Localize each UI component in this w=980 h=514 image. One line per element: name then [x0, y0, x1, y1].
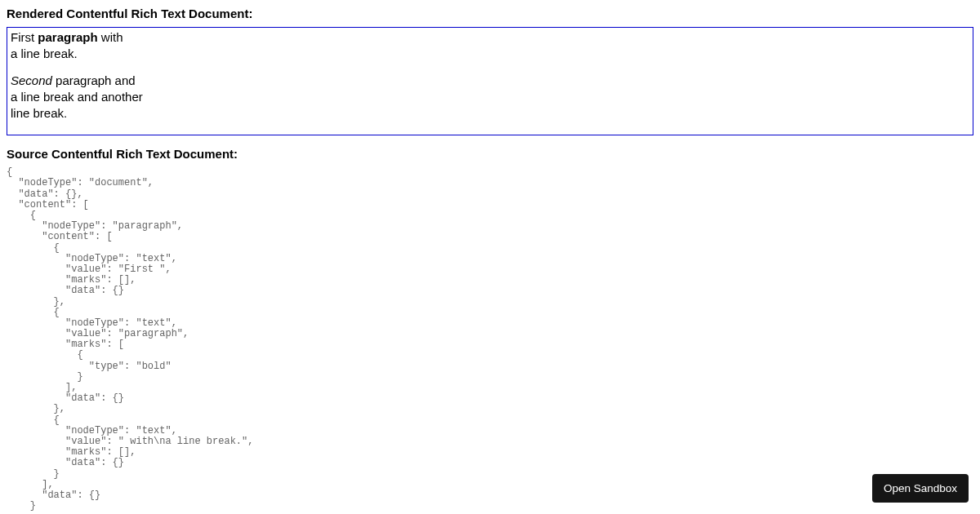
text-node: First — [11, 30, 38, 44]
json-source-block: { "nodeType": "document", "data": {}, "c… — [7, 167, 973, 512]
text-node: paragraph and — [52, 73, 136, 87]
text-node: a line break. — [11, 47, 78, 60]
rendered-paragraph: First paragraph with a line break. — [11, 29, 969, 63]
source-heading: Source Contentful Rich Text Document: — [7, 147, 973, 161]
italic-text: Second — [11, 73, 52, 87]
text-node: line break. — [11, 106, 67, 120]
rendered-paragraph: Second paragraph and a line break and an… — [11, 73, 969, 122]
open-sandbox-button[interactable]: Open Sandbox — [872, 474, 969, 503]
rendered-heading: Rendered Contentful Rich Text Document: — [7, 7, 973, 20]
bold-text: paragraph — [38, 30, 97, 44]
text-node: a line break and another — [11, 90, 143, 104]
text-node: with — [98, 30, 123, 44]
rendered-richtext-box: First paragraph with a line break. Secon… — [7, 27, 973, 135]
